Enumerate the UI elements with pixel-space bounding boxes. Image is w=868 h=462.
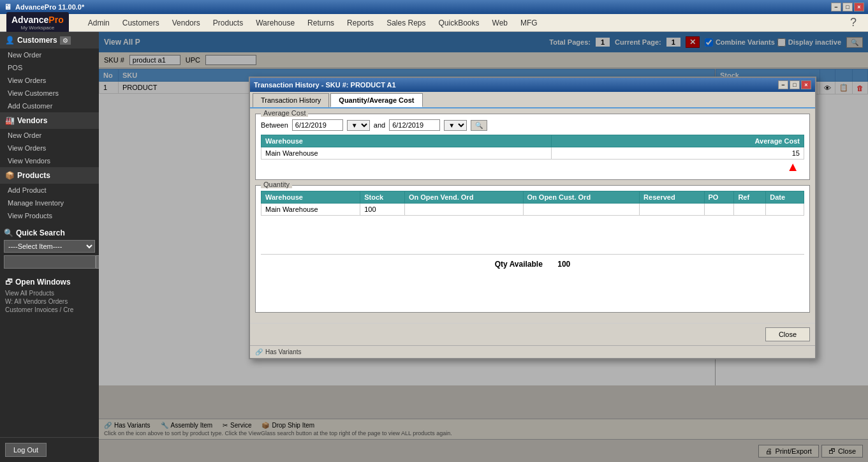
open-windows-header: 🗗 Open Windows (5, 275, 94, 289)
sidebar-item-view-orders-cust[interactable]: View Orders (0, 74, 99, 87)
qty-available-value: 100 (557, 260, 570, 269)
col-warehouse-qty: Warehouse (261, 191, 360, 204)
quantity-table: Warehouse Stock On Open Vend. Ord On Ope… (261, 191, 804, 216)
variants-link-icon: 🔗 (255, 348, 263, 355)
avg-cost-section: Average Cost Between ▼ and ▼ 🔍 Wareh (255, 114, 810, 180)
col-po: PO (704, 191, 734, 204)
quick-search-section: 🔍 Quick Search ----Select Item---- 🔍 (0, 222, 99, 272)
cell-open-cust-val (523, 204, 640, 216)
logo-advance: Advance (11, 15, 48, 25)
app-title: AdvancePro 11.00.0* (15, 3, 831, 11)
sidebar-customers-label: Customers (17, 36, 57, 45)
logo-subtitle: My Workspace (11, 25, 64, 31)
open-win-customer-invoices[interactable]: Customer Invoices / Cre (5, 306, 94, 314)
cell-open-vend-val (404, 204, 523, 216)
sidebar-item-add-customer[interactable]: Add Customer (0, 100, 99, 112)
cell-avg-cost-value: 15 (551, 147, 804, 160)
and-label: and (374, 121, 385, 129)
col-date-qty: Date (766, 191, 804, 204)
modal-title: Transaction History - SKU #: PRODUCT A1 (254, 81, 777, 89)
col-stock-qty: Stock (360, 191, 405, 204)
tab-transaction-history[interactable]: Transaction History (253, 93, 329, 107)
col-open-vend: On Open Vend. Ord (404, 191, 523, 204)
tab-quantity-avg-cost[interactable]: Quantity/Average Cost (330, 93, 422, 107)
menu-returns[interactable]: Returns (301, 16, 341, 30)
sidebar-vendors-section: 🏭 Vendors New Order View Orders View Ven… (0, 112, 99, 167)
qty-row: Main Warehouse 100 (261, 204, 804, 216)
col-warehouse-avg: Warehouse (261, 135, 552, 147)
sidebar-item-add-product[interactable]: Add Product (0, 184, 99, 197)
content-area: View All P Total Pages: 1 Current Page: … (99, 32, 868, 462)
menu-vendors[interactable]: Vendors (166, 16, 207, 30)
red-arrow-indicator: ▲ (261, 160, 804, 174)
menu-quickbooks[interactable]: QuickBooks (432, 16, 486, 30)
sidebar-vendors-header[interactable]: 🏭 Vendors (0, 112, 99, 129)
sidebar-customers-gear[interactable]: ⚙ (60, 36, 71, 45)
logout-button[interactable]: Log Out (5, 443, 47, 457)
avg-cost-search-button[interactable]: 🔍 (471, 120, 487, 131)
menu-bar: AdvancePro My Workspace Admin Customers … (0, 14, 868, 32)
modal-close-btn[interactable]: Close (765, 327, 810, 341)
col-reserved: Reserved (640, 191, 704, 204)
date-to-picker[interactable]: ▼ (444, 120, 467, 131)
has-variants-text: Has Variants (265, 348, 302, 355)
sidebar-products-label: Products (17, 171, 50, 180)
between-label: Between (261, 121, 288, 129)
menu-customers[interactable]: Customers (116, 16, 166, 30)
quick-search-header: 🔍 Quick Search (4, 226, 95, 240)
sidebar-products-section: 📦 Products Add Product Manage Inventory … (0, 167, 99, 222)
sidebar-vendors-label: Vendors (17, 116, 47, 125)
modal-restore-button[interactable]: □ (790, 80, 800, 89)
menu-web[interactable]: Web (486, 16, 514, 30)
cell-po-val (704, 204, 734, 216)
sidebar-customers-header[interactable]: 👤 Customers ⚙ (0, 32, 99, 48)
date-to-input[interactable] (389, 119, 440, 131)
open-win-view-all-products[interactable]: View All Products (5, 289, 94, 297)
modal-minimize-button[interactable]: − (778, 80, 788, 89)
sidebar-item-new-order-cust[interactable]: New Order (0, 48, 99, 61)
quantity-section-label: Quantity (261, 181, 292, 188)
menu-admin[interactable]: Admin (82, 16, 116, 30)
cell-stock-qty-val: 100 (360, 204, 405, 216)
menu-sales-reps[interactable]: Sales Reps (380, 16, 432, 30)
quantity-section: Quantity Warehouse Stock On Open Vend. O… (255, 185, 810, 313)
cell-ref-val (734, 204, 766, 216)
sidebar-products-header[interactable]: 📦 Products (0, 167, 99, 184)
quick-search-input[interactable] (4, 255, 96, 269)
help-button[interactable]: ? (845, 16, 862, 29)
maximize-button[interactable]: □ (842, 3, 853, 11)
date-from-input[interactable] (292, 119, 343, 131)
cell-warehouse-qty-val: Main Warehouse (261, 204, 360, 216)
col-avg-cost: Average Cost (551, 135, 804, 147)
open-win-vendors-orders[interactable]: W: All Vendors Orders (5, 297, 94, 306)
open-windows-section: 🗗 Open Windows View All Products W: All … (0, 272, 99, 317)
cell-date-qty-val (766, 204, 804, 216)
qty-available-row: Qty Available 100 (261, 254, 804, 274)
close-button[interactable]: × (854, 3, 864, 11)
menu-products[interactable]: Products (207, 16, 249, 30)
sidebar-item-manage-inventory[interactable]: Manage Inventory (0, 197, 99, 209)
modal-titlebar: Transaction History - SKU #: PRODUCT A1 … (250, 78, 815, 92)
sidebar: 👤 Customers ⚙ New Order POS View Orders … (0, 32, 99, 462)
minimize-button[interactable]: − (831, 3, 841, 11)
date-from-picker[interactable]: ▼ (347, 120, 370, 131)
cell-reserved-val (640, 204, 704, 216)
menu-reports[interactable]: Reports (341, 16, 380, 30)
sidebar-item-view-orders-vend[interactable]: View Orders (0, 142, 99, 154)
sidebar-item-new-order-vend[interactable]: New Order (0, 129, 99, 142)
col-open-cust: On Open Cust. Ord (523, 191, 640, 204)
quick-search-select[interactable]: ----Select Item---- (4, 240, 95, 253)
menu-mfg[interactable]: MFG (514, 16, 544, 30)
logo-pro: Pro (48, 15, 63, 25)
modal-body: Average Cost Between ▼ and ▼ 🔍 Wareh (250, 108, 815, 323)
cell-warehouse-avg: Main Warehouse (261, 147, 552, 160)
avg-cost-row: Main Warehouse 15 (261, 147, 804, 160)
sidebar-item-view-vendors[interactable]: View Vendors (0, 154, 99, 167)
modal-close-button[interactable]: × (801, 80, 811, 89)
menu-warehouse[interactable]: Warehouse (249, 16, 301, 30)
avg-cost-table: Warehouse Average Cost Main Warehouse 15 (261, 135, 804, 160)
sidebar-item-view-products[interactable]: View Products (0, 209, 99, 222)
sidebar-item-pos[interactable]: POS (0, 61, 99, 74)
sidebar-item-view-customers[interactable]: View Customers (0, 87, 99, 100)
title-bar: 🖥 AdvancePro 11.00.0* − □ × (0, 0, 868, 14)
